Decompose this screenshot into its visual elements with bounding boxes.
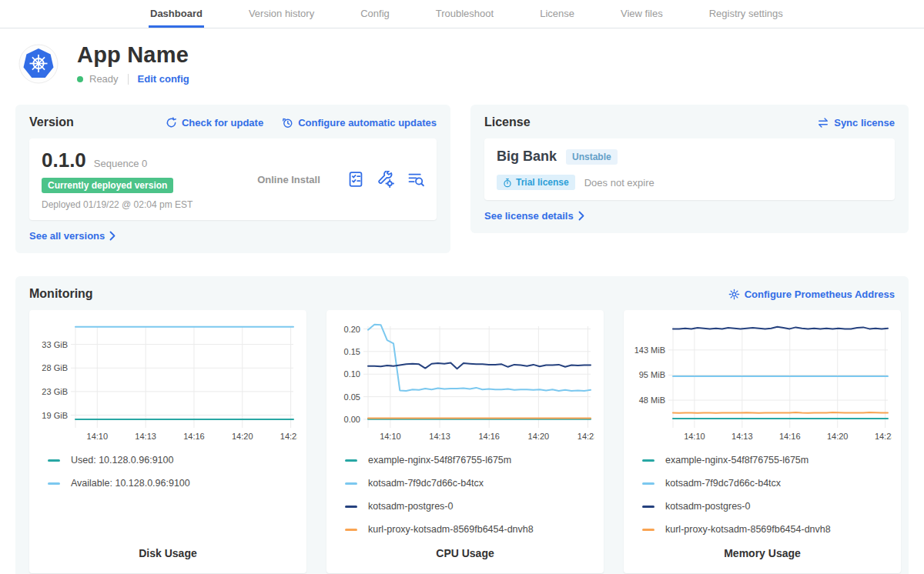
customer-name: Big Bank — [497, 149, 557, 165]
legend-dash — [345, 459, 357, 462]
refresh-icon — [166, 117, 177, 128]
trial-license-label: Trial license — [516, 177, 569, 188]
legend-item: kotsadm-7f9dc7d66c-b4tcx — [345, 478, 594, 489]
svg-text:14:23: 14:23 — [578, 432, 594, 441]
monitoring-card: Monitoring Configure Prometheus Address … — [15, 276, 909, 574]
chart-title: Disk Usage — [38, 547, 297, 566]
channel-badge: Unstable — [566, 149, 618, 165]
app-header: App Name Ready Edit config — [0, 28, 924, 94]
legend-item: example-nginx-54f8f76755-l675m — [345, 455, 594, 466]
svg-text:0.15: 0.15 — [344, 347, 360, 356]
memory-usage-chart: 48 MiB95 MiB143 MiB14:1014:1314:1614:201… — [633, 319, 892, 444]
deployed-timestamp: Deployed 01/19/22 @ 02:04 pm EST — [42, 199, 230, 210]
legend-dash — [345, 482, 357, 485]
legend-label: kotsadm-7f9dc7d66c-b4tcx — [368, 478, 484, 489]
legend-label: example-nginx-54f8f76755-l675m — [368, 455, 511, 466]
svg-text:14:20: 14:20 — [528, 432, 550, 441]
version-card: Version Check for update Configure autom… — [15, 105, 450, 253]
svg-text:0.10: 0.10 — [344, 369, 360, 379]
legend-dash — [642, 482, 654, 485]
svg-text:14:10: 14:10 — [684, 432, 705, 441]
license-card-title: License — [484, 115, 531, 129]
legend-item: kotsadm-7f9dc7d66c-b4tcx — [642, 478, 892, 489]
tab-view-files[interactable]: View files — [619, 0, 665, 28]
svg-text:95 MiB: 95 MiB — [639, 370, 665, 379]
tab-version-history[interactable]: Version history — [247, 0, 316, 28]
disk-usage-panel: 19 GiB23 GiB28 GiB33 GiB14:1014:1314:161… — [29, 310, 306, 573]
tab-registry-settings[interactable]: Registry settings — [708, 0, 785, 28]
legend-item: example-nginx-54f8f76755-l675m — [642, 455, 892, 466]
version-card-title: Version — [29, 115, 74, 129]
tab-troubleshoot[interactable]: Troubleshoot — [434, 0, 495, 28]
sync-license-label: Sync license — [834, 117, 895, 128]
svg-text:14:16: 14:16 — [779, 432, 801, 441]
legend-label: Used: 10.128.0.96:9100 — [71, 455, 173, 466]
memory-usage-legend: example-nginx-54f8f76755-l675mkotsadm-7f… — [642, 455, 892, 547]
svg-text:33 GiB: 33 GiB — [42, 340, 68, 349]
disk-usage-legend: Used: 10.128.0.96:9100Available: 10.128.… — [48, 455, 297, 501]
chart-title: CPU Usage — [336, 547, 594, 566]
see-all-versions-link[interactable]: See all versions — [29, 230, 116, 242]
legend-label: kotsadm-postgres-0 — [665, 501, 750, 512]
legend-dash — [642, 459, 654, 462]
tab-config[interactable]: Config — [359, 0, 391, 28]
legend-dash — [48, 459, 60, 462]
chevron-right-icon — [109, 231, 116, 241]
top-nav: DashboardVersion historyConfigTroublesho… — [0, 0, 924, 28]
preflight-checks-icon[interactable] — [347, 171, 364, 188]
check-for-update-link[interactable]: Check for update — [166, 117, 263, 128]
legend-dash — [345, 529, 357, 531]
edit-config-link[interactable]: Edit config — [138, 73, 189, 85]
config-wrench-gear-icon[interactable] — [377, 171, 394, 188]
configure-automatic-updates-label: Configure automatic updates — [298, 117, 437, 128]
svg-text:14:10: 14:10 — [380, 432, 401, 441]
svg-text:0.00: 0.00 — [344, 415, 360, 424]
legend-item: kotsadm-postgres-0 — [345, 501, 594, 512]
svg-text:143 MiB: 143 MiB — [634, 345, 665, 355]
app-status-text: Ready — [89, 73, 119, 85]
svg-text:14:13: 14:13 — [429, 432, 450, 441]
svg-text:14:23: 14:23 — [875, 432, 892, 441]
license-panel: Big Bank Unstable Trial license Does not… — [484, 138, 895, 200]
check-for-update-label: Check for update — [182, 117, 263, 128]
see-license-details-link[interactable]: See license details — [484, 210, 584, 222]
page-title: App Name — [77, 42, 189, 68]
svg-text:0.20: 0.20 — [344, 325, 360, 334]
gear-icon — [728, 289, 740, 300]
svg-text:23 GiB: 23 GiB — [42, 387, 68, 396]
legend-dash — [642, 506, 654, 508]
current-version-panel: 0.1.0 Sequence 0 Currently deployed vers… — [29, 138, 437, 220]
tab-license[interactable]: License — [538, 0, 576, 28]
legend-label: kurl-proxy-kotsadm-8569fb6454-dnvh8 — [665, 524, 831, 535]
svg-text:14:16: 14:16 — [478, 432, 500, 441]
configure-prometheus-link[interactable]: Configure Prometheus Address — [728, 289, 895, 300]
configure-automatic-updates-link[interactable]: Configure automatic updates — [282, 117, 437, 128]
svg-text:14:20: 14:20 — [232, 432, 253, 441]
trial-license-badge: Trial license — [497, 175, 575, 190]
cpu-usage-panel: 0.000.050.100.150.2014:1014:1314:1614:20… — [326, 310, 604, 573]
cpu-usage-chart: 0.000.050.100.150.2014:1014:1314:1614:20… — [336, 319, 594, 444]
version-sequence: Sequence 0 — [94, 158, 147, 169]
currently-deployed-badge: Currently deployed version — [42, 178, 173, 193]
legend-label: kurl-proxy-kotsadm-8569fb6454-dnvh8 — [368, 524, 534, 535]
svg-text:14:16: 14:16 — [183, 432, 205, 441]
legend-label: example-nginx-54f8f76755-l675m — [665, 455, 808, 466]
divider — [128, 74, 129, 85]
chevron-right-icon — [578, 211, 584, 221]
install-type-label: Online Install — [230, 174, 347, 185]
tab-dashboard[interactable]: Dashboard — [149, 0, 204, 28]
license-card: License Sync license Big Bank Unstable — [470, 105, 909, 233]
svg-text:14:13: 14:13 — [732, 432, 753, 441]
legend-dash — [48, 482, 60, 485]
view-logs-icon[interactable] — [407, 171, 424, 188]
sync-arrows-icon — [817, 117, 829, 128]
svg-text:0.05: 0.05 — [344, 392, 360, 402]
legend-item: kurl-proxy-kotsadm-8569fb6454-dnvh8 — [345, 524, 594, 535]
legend-item: Available: 10.128.0.96:9100 — [48, 478, 297, 489]
sync-license-link[interactable]: Sync license — [817, 117, 895, 128]
license-expiry: Does not expire — [584, 177, 654, 189]
see-license-details-label: See license details — [484, 210, 574, 222]
kubernetes-logo-icon — [18, 44, 59, 84]
status-dot — [77, 76, 83, 82]
legend-item: Used: 10.128.0.96:9100 — [48, 455, 297, 466]
